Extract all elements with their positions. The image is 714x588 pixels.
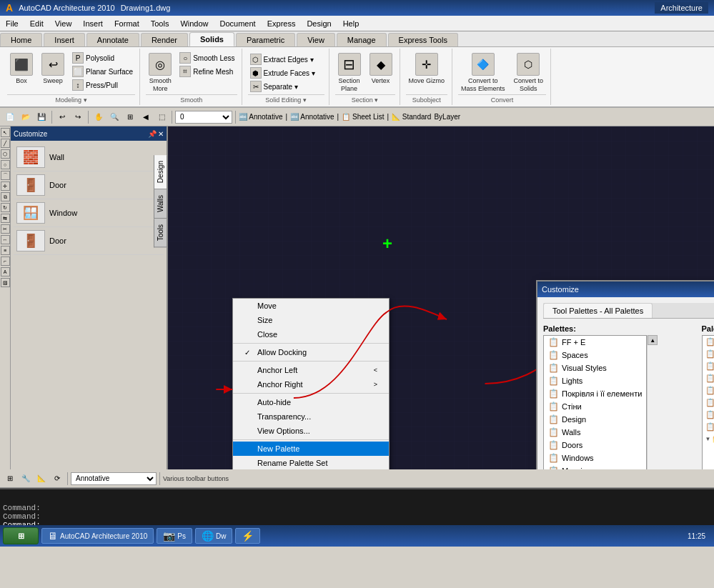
cm-anchor-left[interactable]: Anchor Left <	[233, 363, 389, 377]
pg-cameras[interactable]: 📋Cameras	[703, 457, 715, 469]
tab-insert[interactable]: Insert	[44, 33, 85, 46]
palette-pin[interactable]: 📌	[148, 130, 157, 138]
btn-move-gizmo[interactable]: ✛ Move Gizmo	[406, 51, 448, 86]
pg-exterior[interactable]: 📋Exterior	[703, 348, 715, 360]
btn-convert-mass-elements[interactable]: 🔷 Convert toMass Elements	[458, 51, 508, 94]
palette-stiny[interactable]: 📋Стіни	[544, 400, 646, 413]
btn-sweep[interactable]: ↩ Sweep	[39, 51, 67, 86]
sb-move[interactable]: ✛	[1, 181, 10, 191]
tab-manage[interactable]: Manage	[337, 33, 387, 46]
taskbar-misc[interactable]: ⚡	[235, 528, 260, 544]
tb-zoom-window[interactable]: ⊞	[123, 110, 137, 124]
menu-design[interactable]: Design	[301, 16, 337, 31]
btn-vertex[interactable]: ◆ Vertex	[367, 51, 395, 86]
btn-refine-mesh[interactable]: ⌗ Refine Mesh	[177, 65, 237, 78]
cm-size[interactable]: Size	[233, 313, 389, 327]
tb-zoom-ext[interactable]: ⬚	[154, 110, 169, 124]
sb-circle[interactable]: ○	[1, 160, 10, 169]
tb2-btn4[interactable]: ⟳	[50, 472, 64, 486]
sb-fillet[interactable]: ⌐	[1, 256, 10, 266]
tb2-btn2[interactable]: 🔧	[19, 472, 33, 486]
menu-view[interactable]: View	[49, 16, 78, 31]
tb-redo[interactable]: ↪	[71, 110, 85, 124]
tb-open[interactable]: 📂	[19, 110, 33, 124]
tab-solids[interactable]: Solids	[189, 32, 234, 46]
pg-basic[interactable]: 📋Basic	[703, 336, 715, 348]
btn-polysolid[interactable]: P Polysolid	[70, 51, 135, 64]
cm-anchor-right[interactable]: Anchor Right >	[233, 377, 389, 392]
pg-viz[interactable]: ▼📁Viz	[703, 433, 715, 445]
palette-groups-listbox[interactable]: 📋Basic 📋Exterior 📋Roofing 📋Finishes 📋Doo…	[702, 335, 715, 469]
tb-zoom[interactable]: 🔍	[107, 110, 122, 124]
tab-annotate[interactable]: Annotate	[86, 33, 139, 46]
btn-press-pull[interactable]: ↕ Press/Pull	[70, 79, 135, 91]
dialog-tab-tool-palettes[interactable]: Tool Palettes - All Palettes	[543, 303, 653, 318]
palette-item-door2[interactable]: 🚪 Door	[14, 227, 164, 255]
taskbar-autocad[interactable]: 🖥 AutoCAD Architecture 2010	[41, 528, 154, 544]
tab-express-tools[interactable]: Express Tools	[388, 33, 458, 46]
cm-new-palette[interactable]: New Palette	[233, 442, 389, 456]
btn-extrude-faces[interactable]: ⬢ Extrude Faces ▾	[248, 66, 317, 79]
sb-trim[interactable]: ✂	[1, 224, 10, 234]
layer-select[interactable]: 0	[175, 111, 232, 124]
menu-express[interactable]: Express	[262, 16, 302, 31]
cm-transparency[interactable]: Transparency...	[233, 409, 389, 424]
tab-render[interactable]: Render	[141, 33, 188, 46]
palette-lights[interactable]: 📋Lights	[544, 374, 646, 387]
pg-finishes[interactable]: 📋Finishes	[703, 372, 715, 384]
palettes-listbox[interactable]: 📋FF + E 📋Spaces 📋Visual Styles 📋Lights 📋…	[543, 335, 647, 469]
pg-interiors[interactable]: 📋Interiors	[703, 397, 715, 409]
side-tab-design[interactable]: Design	[154, 155, 167, 189]
scroll-up[interactable]: ▲	[648, 335, 658, 345]
menu-edit[interactable]: Edit	[24, 16, 49, 31]
cm-rename-palette-set[interactable]: Rename Palette Set	[233, 456, 389, 469]
menu-window[interactable]: Window	[174, 16, 214, 31]
btn-smooth-less[interactable]: ○ Smooth Less	[177, 51, 237, 64]
pg-roofing[interactable]: 📋Roofing	[703, 360, 715, 372]
btn-box[interactable]: ⬛ Box	[7, 51, 36, 86]
menu-insert[interactable]: Insert	[77, 16, 109, 31]
taskbar-dw[interactable]: 🌐 Dw	[195, 528, 232, 544]
palette-design[interactable]: 📋Design	[544, 413, 646, 426]
btn-smooth-more[interactable]: ◎ SmoothMore	[146, 51, 174, 94]
sb-copy[interactable]: ⧉	[1, 192, 10, 201]
menu-format[interactable]: Format	[109, 16, 145, 31]
palette-windows[interactable]: 📋Windows	[544, 452, 646, 464]
cm-auto-hide[interactable]: Auto-hide	[233, 395, 389, 409]
tab-home[interactable]: Home	[0, 33, 42, 46]
palette-visual-styles[interactable]: 📋Visual Styles	[544, 362, 646, 374]
sb-offset[interactable]: ≡	[1, 246, 10, 255]
side-tab-tools[interactable]: Tools	[154, 219, 167, 247]
cm-close[interactable]: Close	[233, 327, 389, 342]
btn-section-plane[interactable]: ⊟ SectionPlane	[335, 51, 364, 94]
palette-item-door[interactable]: 🚪 Door	[14, 171, 164, 199]
cm-move[interactable]: Move	[233, 299, 389, 313]
pg-konstruktsii[interactable]: 📋Конструкції стін підлог	[703, 409, 715, 421]
sb-text[interactable]: A	[1, 267, 10, 276]
tb-undo[interactable]: ↩	[55, 110, 69, 124]
btn-convert-solids[interactable]: ⬡ Convert toSolids	[511, 51, 547, 94]
start-button[interactable]: ⊞	[3, 527, 39, 544]
palette-ff-e[interactable]: 📋FF + E	[544, 336, 646, 349]
menu-document[interactable]: Document	[214, 16, 262, 31]
tb-new[interactable]: 📄	[3, 110, 17, 124]
drawing-area[interactable]: + Move Size Close ✓ Allow Dock	[168, 126, 714, 469]
palettes-scrollbar[interactable]: ▲ ▼	[647, 335, 657, 469]
tb2-btn1[interactable]: ⊞	[3, 472, 17, 486]
tb-zoom-prev[interactable]: ◀	[139, 110, 153, 124]
tb-save[interactable]: 💾	[34, 110, 49, 124]
palette-massing[interactable]: 📋Massing	[544, 464, 646, 469]
sb-select[interactable]: ↖	[1, 128, 10, 137]
side-tab-walls[interactable]: Walls	[154, 189, 167, 219]
palette-spaces[interactable]: 📋Spaces	[544, 349, 646, 362]
sb-rotate[interactable]: ↻	[1, 203, 10, 212]
palette-item-window[interactable]: 🪟 Window	[14, 199, 164, 227]
tb-pan[interactable]: ✋	[91, 110, 106, 124]
menu-file[interactable]: File	[0, 16, 24, 31]
sb-poly[interactable]: ⬡	[1, 149, 10, 159]
btn-separate[interactable]: ✂ Separate ▾	[248, 80, 317, 93]
sb-arc[interactable]: ⌒	[1, 171, 10, 180]
pg-teplo[interactable]: 📋Тепло-гідро-ізоляція	[703, 421, 715, 433]
tab-parametric[interactable]: Parametric	[236, 33, 295, 46]
architecture-button[interactable]: Architecture	[655, 2, 708, 14]
